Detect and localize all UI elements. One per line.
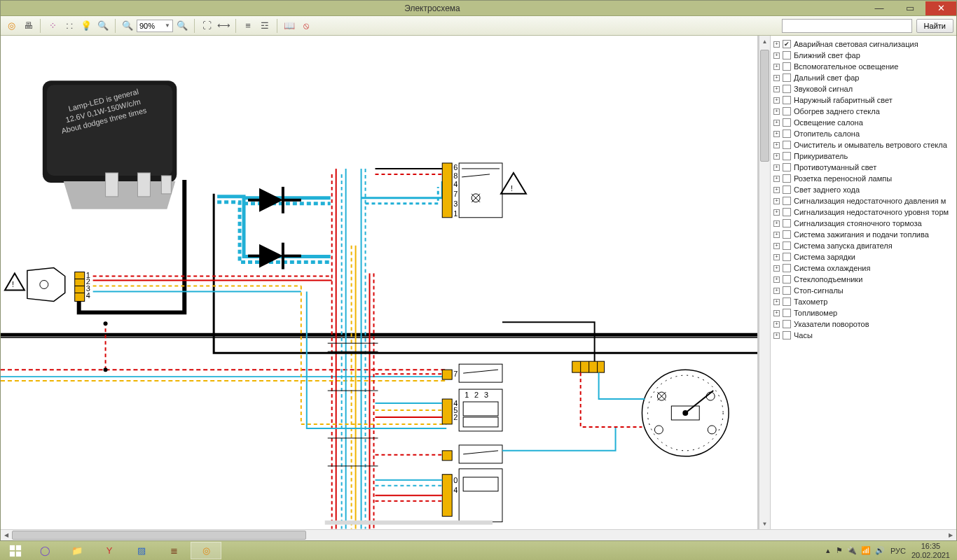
tree-checkbox[interactable]: [783, 130, 791, 138]
tool-highlight-button[interactable]: 💡: [78, 18, 94, 34]
tree-item[interactable]: +Сигнализация недостаточного давления м: [772, 195, 955, 206]
maximize-button[interactable]: ▭: [895, 1, 925, 15]
tree-checkbox[interactable]: [783, 275, 791, 284]
tree-item[interactable]: +Система зажигания и подачи топлива: [772, 229, 955, 240]
scroll-up-icon[interactable]: ▲: [759, 36, 770, 47]
tree-expand-icon[interactable]: +: [773, 153, 780, 160]
tree-item[interactable]: +Часы: [772, 330, 955, 341]
tree-checkbox[interactable]: [783, 141, 791, 149]
scroll-track[interactable]: [12, 530, 945, 540]
scroll-left-icon[interactable]: ◀: [1, 530, 12, 541]
tree-expand-icon[interactable]: +: [773, 243, 780, 249]
tree-expand-icon[interactable]: +: [773, 108, 780, 115]
tree-item[interactable]: +Система зарядки: [772, 251, 955, 262]
tree-checkbox[interactable]: [783, 309, 791, 317]
tree-expand-icon[interactable]: +: [773, 198, 780, 204]
clock[interactable]: 16:35 20.02.2021: [911, 542, 950, 559]
language-indicator[interactable]: РУС: [890, 547, 906, 555]
tree-item[interactable]: +Прикуриватель: [772, 150, 955, 162]
vertical-scrollbar[interactable]: ▲ ▼: [759, 36, 770, 529]
taskbar-app-browser-round[interactable]: ◯: [29, 542, 60, 559]
zoom-combo[interactable]: 90% ▼: [137, 20, 173, 32]
taskbar[interactable]: ◯ 📁 Y ▨ ≣ ◎ ▴ ⚑ 🔌 📶 🔊 РУС 16:35 20.02.20…: [0, 541, 957, 560]
tree-checkbox[interactable]: [783, 208, 791, 216]
tool-legend-button[interactable]: ☲: [257, 18, 273, 34]
tree-item[interactable]: +Дальний свет фар: [772, 72, 955, 83]
tree-expand-icon[interactable]: +: [773, 86, 780, 92]
tree-item[interactable]: +Очиститель и омыватель ветрового стекла: [772, 139, 955, 150]
tree-item[interactable]: +Освещение салона: [772, 117, 955, 128]
scroll-thumb[interactable]: [760, 50, 769, 162]
find-button[interactable]: Найти: [916, 19, 953, 33]
tree-item[interactable]: +Ближний свет фар: [772, 50, 955, 61]
wifi-icon[interactable]: 📶: [861, 546, 871, 555]
tree-checkbox[interactable]: [783, 264, 791, 272]
taskbar-app-current[interactable]: ◎: [191, 542, 221, 559]
minimize-button[interactable]: —: [864, 1, 895, 15]
tree-item[interactable]: +Обогрев заднего стекла: [772, 106, 955, 117]
tree-item[interactable]: +Розетка переносной лампы: [772, 173, 955, 184]
tree-checkbox[interactable]: [783, 152, 791, 160]
zoom-in-button[interactable]: 🔍: [174, 18, 190, 34]
tree-checkbox[interactable]: [783, 230, 791, 239]
tree-expand-icon[interactable]: +: [773, 288, 780, 294]
taskbar-app-explorer[interactable]: 📁: [62, 542, 92, 559]
volume-icon[interactable]: 🔊: [875, 546, 885, 555]
tree-checkbox[interactable]: [783, 85, 791, 93]
tree-expand-icon[interactable]: +: [773, 131, 780, 137]
tree-checkbox[interactable]: [783, 174, 791, 183]
flag-icon[interactable]: ⚑: [836, 546, 843, 555]
tree-expand-icon[interactable]: +: [773, 276, 780, 283]
tree-checkbox[interactable]: [783, 219, 791, 227]
scroll-right-icon[interactable]: ▶: [945, 530, 956, 541]
tree-checkbox[interactable]: [783, 96, 791, 104]
tree-expand-icon[interactable]: +: [773, 232, 780, 238]
tree-item[interactable]: +Топливомер: [772, 307, 955, 318]
tree-item[interactable]: +Сигнализация стояночного тормоза: [772, 218, 955, 229]
tree-expand-icon[interactable]: +: [773, 142, 780, 148]
tree-checkbox[interactable]: [783, 320, 791, 328]
search-input[interactable]: [782, 19, 912, 33]
tool-list-button[interactable]: ≡: [240, 18, 256, 34]
tree-checkbox[interactable]: [783, 253, 791, 261]
tool-graph-button[interactable]: ⁘: [45, 18, 60, 34]
tray-chevron-up-icon[interactable]: ▴: [826, 546, 830, 555]
tree-item[interactable]: +Система охлаждения: [772, 262, 955, 274]
titlebar[interactable]: Электросхема — ▭ ✕: [1, 1, 956, 16]
tool-stop-button[interactable]: ⦸: [298, 18, 314, 34]
tree-checkbox[interactable]: [783, 51, 791, 59]
tree-expand-icon[interactable]: +: [773, 176, 780, 182]
tool-search-button[interactable]: 🔍: [95, 18, 111, 34]
tree-item[interactable]: +Тахометр: [772, 296, 955, 307]
tool-measure-button[interactable]: ⟷: [216, 18, 231, 34]
tree-expand-icon[interactable]: +: [773, 220, 780, 227]
horizontal-scrollbar[interactable]: ◀ ▶: [1, 529, 956, 540]
tree-checkbox[interactable]: [783, 163, 791, 172]
tree-expand-icon[interactable]: +: [773, 332, 780, 339]
tool-nodes-button[interactable]: ⸬: [62, 18, 77, 34]
tree-expand-icon[interactable]: +: [773, 64, 780, 70]
tree-expand-icon[interactable]: +: [773, 321, 780, 328]
tree-checkbox[interactable]: [783, 286, 791, 295]
scroll-down-icon[interactable]: ▼: [759, 518, 770, 529]
tree-item[interactable]: +Свет заднего хода: [772, 184, 955, 195]
tree-expand-icon[interactable]: +: [773, 52, 780, 59]
tool-select-button[interactable]: ⛶: [199, 18, 214, 34]
start-button[interactable]: [3, 542, 28, 559]
tool-print-button[interactable]: 🖶: [20, 18, 36, 34]
tree-checkbox[interactable]: [783, 298, 791, 306]
tree-checkbox[interactable]: [783, 186, 791, 194]
close-button[interactable]: ✕: [925, 1, 956, 15]
taskbar-app-photos[interactable]: ▨: [126, 542, 157, 559]
tree-item[interactable]: +Наружный габаритный свет: [772, 94, 955, 106]
tree-item[interactable]: +✔Аварийная световая сигнализация: [772, 38, 955, 50]
tree-item[interactable]: +Звуковой сигнал: [772, 83, 955, 94]
tree-expand-icon[interactable]: +: [773, 187, 780, 193]
tree-item[interactable]: +Стеклоподъемники: [772, 274, 955, 285]
tool-steering-app-icon[interactable]: ◎: [4, 18, 19, 34]
system-tray[interactable]: ▴ ⚑ 🔌 📶 🔊 РУС 16:35 20.02.2021: [826, 542, 954, 559]
tree-expand-icon[interactable]: +: [773, 299, 780, 305]
power-icon[interactable]: 🔌: [847, 546, 857, 555]
tree-item[interactable]: +Система запуска двигателя: [772, 240, 955, 251]
tree-item[interactable]: +Сигнализация недостаточного уровня торм: [772, 206, 955, 218]
